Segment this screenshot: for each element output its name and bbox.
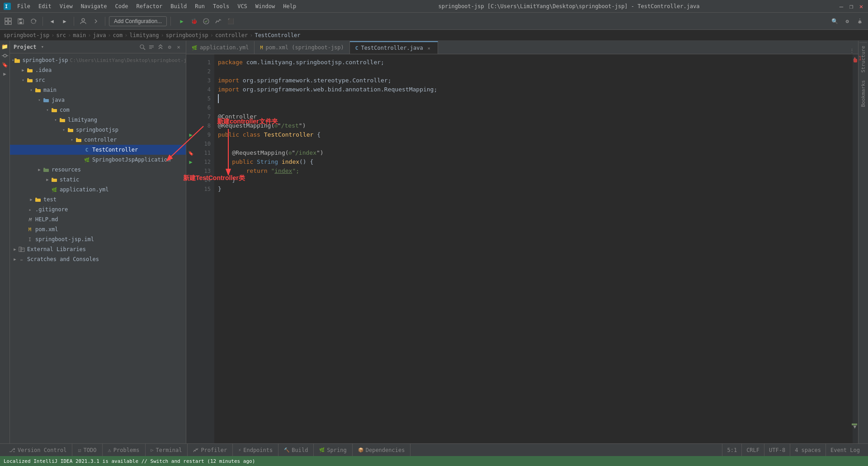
toolbar-back-button[interactable]: ◀ xyxy=(47,16,57,27)
bottom-tab-spring[interactable]: 🌿 Spring xyxy=(314,444,352,456)
tree-item-extlibs[interactable]: ▶ External Libraries xyxy=(10,244,186,254)
tab-bar-right-panel-toggle[interactable]: ⋮ xyxy=(846,48,858,54)
locate-file-icon[interactable] xyxy=(139,43,146,51)
bottom-tab-profiler[interactable]: Profiler xyxy=(188,444,233,456)
tree-item-gitignore[interactable]: ✦ .gitignore xyxy=(10,204,186,214)
add-configuration-button[interactable]: Add Configuration... xyxy=(109,16,167,26)
tree-arrow-limityang[interactable]: ▾ xyxy=(52,118,59,122)
status-indent[interactable]: 4 spaces xyxy=(790,444,826,456)
run-button[interactable]: ▶ xyxy=(176,16,187,27)
menu-window[interactable]: Window xyxy=(252,2,278,10)
tab-testcontroller-java[interactable]: C TestController.java ✕ xyxy=(350,41,438,54)
status-line-ending[interactable]: CRLF xyxy=(741,444,764,456)
tree-arrow-test[interactable]: ▶ xyxy=(28,197,34,202)
menu-build[interactable]: Build xyxy=(167,2,190,10)
bookmarks-side-tab[interactable]: Bookmarks xyxy=(859,77,867,110)
breadcrumb-limityang[interactable]: limityang xyxy=(130,32,159,38)
tree-item-springbootapp[interactable]: 🌿 SpringbootJspApplication xyxy=(10,155,186,165)
collapse-all-icon[interactable] xyxy=(157,43,164,51)
bottom-tab-endpoints[interactable]: ⚡ Endpoints xyxy=(233,444,278,456)
tree-arrow-static[interactable]: ▶ xyxy=(44,177,51,182)
status-encoding[interactable]: UTF-8 xyxy=(764,444,790,456)
close-panel-icon[interactable]: ✕ xyxy=(175,43,182,51)
settings-button[interactable]: ⚙ xyxy=(842,16,853,27)
tree-arrow-controller[interactable]: ▾ xyxy=(69,138,75,142)
tree-item-pomxml[interactable]: M pom.xml xyxy=(10,224,186,234)
tree-item-static[interactable]: ▶ static xyxy=(10,175,186,185)
breadcrumb-main[interactable]: main xyxy=(73,32,86,38)
commit-icon[interactable] xyxy=(1,52,9,60)
minimize-button[interactable]: — xyxy=(838,3,844,10)
tree-arrow-scratches[interactable]: ▶ xyxy=(12,257,18,262)
tree-item-main[interactable]: ▾ main xyxy=(10,85,186,95)
menu-file[interactable]: File xyxy=(14,2,34,10)
breadcrumb-java[interactable]: java xyxy=(93,32,106,38)
tree-item-root[interactable]: ▾ springboot-jsp C:\Users\LimitYang\Desk… xyxy=(10,55,186,65)
scroll-down-button[interactable]: ▼ xyxy=(853,424,856,430)
gutter-line-12[interactable]: ▶ xyxy=(186,157,195,166)
debug-button[interactable]: 🐞 xyxy=(189,16,199,27)
tree-item-iml[interactable]: I springboot-jsp.iml xyxy=(10,234,186,244)
tree-item-src[interactable]: ▾ src xyxy=(10,75,186,85)
maximize-button[interactable]: ❐ xyxy=(848,3,854,10)
toolbar-open-button[interactable] xyxy=(3,16,14,27)
error-count-indicator[interactable]: ▲ 1 xyxy=(854,55,862,62)
tree-item-resources[interactable]: ▶ resources xyxy=(10,165,186,175)
tree-item-limityang[interactable]: ▾ limityang xyxy=(10,115,186,125)
bottom-tab-build[interactable]: 🔨 Build xyxy=(278,444,314,456)
menu-view[interactable]: View xyxy=(56,2,76,10)
tree-arrow-src[interactable]: ▾ xyxy=(20,78,26,82)
status-event-log[interactable]: Event Log xyxy=(826,444,864,456)
status-position[interactable]: 5:1 xyxy=(722,444,741,456)
gutter-line-9[interactable]: ▶ xyxy=(186,130,195,139)
profile-button[interactable] xyxy=(213,16,224,27)
bottom-tab-terminal[interactable]: ▷ Terminal xyxy=(146,444,188,456)
project-icon[interactable]: 📁 xyxy=(1,43,9,51)
menu-tools[interactable]: Tools xyxy=(209,2,233,10)
tree-arrow-resources[interactable]: ▶ xyxy=(36,167,42,172)
toolbar-sync-button[interactable] xyxy=(28,16,39,27)
menu-navigate[interactable]: Navigate xyxy=(77,2,111,10)
tree-arrow-main[interactable]: ▾ xyxy=(28,88,34,92)
settings-gear-icon[interactable]: ⚙ xyxy=(166,43,173,51)
breadcrumb-com[interactable]: com xyxy=(113,32,123,38)
breadcrumb-springbootjsp[interactable]: springbootjsp xyxy=(166,32,208,38)
tab-close-testcontroller[interactable]: ✕ xyxy=(426,45,432,51)
toolbar-forward-button[interactable]: ▶ xyxy=(59,16,70,27)
search-everywhere-button[interactable]: 🔍 xyxy=(829,16,840,27)
toolbar-user-button[interactable] xyxy=(78,16,89,27)
bookmark-icon[interactable]: 🔖 xyxy=(1,61,9,69)
breadcrumb-testcontroller[interactable]: TestController xyxy=(255,32,300,38)
coverage-button[interactable] xyxy=(201,16,212,27)
breadcrumb-src[interactable]: src xyxy=(56,32,66,38)
tree-arrow-extlibs[interactable]: ▶ xyxy=(12,247,18,252)
tree-item-controller[interactable]: ▾ controller xyxy=(10,135,186,145)
tree-arrow-springbootjsp[interactable]: ▾ xyxy=(61,128,67,132)
bottom-tab-todo[interactable]: ☑ TODO xyxy=(72,444,102,456)
stop-button[interactable]: ⬛ xyxy=(225,16,236,27)
tree-item-java[interactable]: ▾ java xyxy=(10,95,186,105)
bottom-tab-dependencies[interactable]: 📦 Dependencies xyxy=(353,444,411,456)
notifications-button[interactable] xyxy=(854,16,865,27)
run-icon[interactable]: ▶ xyxy=(1,70,9,78)
tree-arrow-java[interactable]: ▾ xyxy=(36,98,42,102)
tree-arrow-idea[interactable]: ▶ xyxy=(20,68,26,72)
tree-item-com[interactable]: ▾ com xyxy=(10,105,186,115)
menu-code[interactable]: Code xyxy=(112,2,132,10)
toolbar-arrow-button[interactable] xyxy=(90,16,101,27)
toolbar-save-button[interactable] xyxy=(15,16,26,27)
tree-arrow-com[interactable]: ▾ xyxy=(44,108,51,112)
menu-run[interactable]: Run xyxy=(191,2,208,10)
menu-vcs[interactable]: VCS xyxy=(234,2,251,10)
scroll-to-file-icon[interactable] xyxy=(148,43,155,51)
breadcrumb-controller[interactable]: controller xyxy=(215,32,248,38)
project-dropdown-arrow[interactable]: ▾ xyxy=(41,44,44,50)
breadcrumb-project[interactable]: springboot-jsp xyxy=(4,32,49,38)
tree-item-testcontroller[interactable]: C TestController xyxy=(10,145,186,155)
tree-item-test[interactable]: ▶ test xyxy=(10,195,186,204)
menu-help[interactable]: Help xyxy=(279,2,300,10)
tree-item-scratches[interactable]: ▶ ✏ Scratches and Consoles xyxy=(10,254,186,264)
bottom-tab-problems[interactable]: ⚠ Problems xyxy=(103,444,146,456)
tab-pom-xml[interactable]: M pom.xml (springboot-jsp) xyxy=(255,41,349,54)
code-content[interactable]: package com.limityang.springbootjsp.cont… xyxy=(214,54,853,443)
